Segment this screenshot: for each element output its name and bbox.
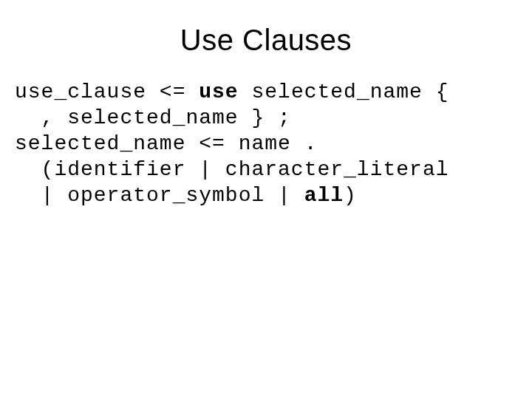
grammar-line-5a: | operator_symbol | <box>15 184 304 207</box>
keyword-all: all <box>304 184 344 207</box>
grammar-line-5b: ) <box>344 184 357 207</box>
grammar-block: use_clause <= use selected_name { , sele… <box>15 79 517 208</box>
grammar-line-1b: selected_name { <box>239 81 449 103</box>
slide: Use Clauses use_clause <= use selected_n… <box>0 0 532 399</box>
slide-title: Use Clauses <box>15 24 517 57</box>
keyword-use: use <box>199 81 238 103</box>
grammar-line-1a: use_clause <= <box>15 81 199 103</box>
grammar-line-3: selected_name <= name . <box>15 132 317 155</box>
grammar-line-2: , selected_name } ; <box>15 106 291 129</box>
grammar-line-4: (identifier | character_literal <box>15 158 449 181</box>
